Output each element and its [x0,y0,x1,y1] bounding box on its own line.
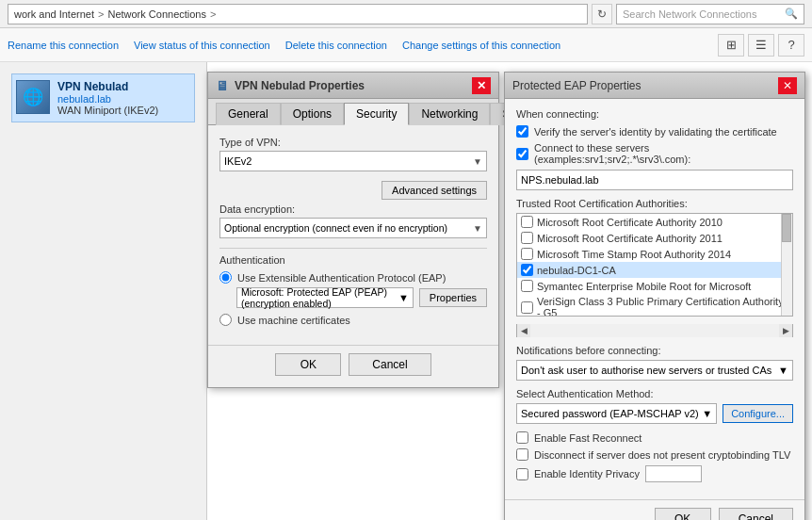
refresh-button[interactable]: ↻ [592,4,612,24]
cert-checkbox-3[interactable] [521,248,533,260]
auth-title: Authentication [219,248,487,266]
scrollbar-track [782,214,792,316]
cryptobinding-checkbox[interactable] [516,448,528,461]
server-name-input[interactable] [516,170,793,190]
eap-dialog-footer: OK Cancel [505,499,804,520]
cert-label-1: Microsoft Root Certificate Authority 201… [537,217,723,228]
vpn-dialog: 🖥 VPN Nebulad Properties ✕ General Optio… [207,72,499,388]
address-path1: work and Internet [14,8,94,20]
tab-security[interactable]: Security [344,103,409,125]
connect-servers-item: Connect to these servers (examples:srv1;… [516,142,793,165]
tab-options[interactable]: Options [281,103,344,125]
cert-checkbox-1[interactable] [521,216,533,228]
cert-item-2[interactable]: Microsoft Root Certificate Authority 201… [517,230,792,246]
vpn-dialog-title: 🖥 VPN Nebulad Properties [216,78,365,93]
eap-dialog-close-button[interactable]: ✕ [778,77,797,94]
cert-checkbox-2[interactable] [521,232,533,244]
vpn-dialog-titlebar: 🖥 VPN Nebulad Properties ✕ [208,73,498,99]
rename-connection-btn[interactable]: Rename this connection [8,38,119,53]
cert-label-5: Symantec Enterprise Mobile Root for Micr… [537,281,751,292]
address-sep2: > [210,8,216,20]
scroll-right-button[interactable]: ▶ [779,324,792,337]
vpn-type-select[interactable]: IKEv2 ▼ [219,151,487,171]
auth-method-select[interactable]: Secured password (EAP-MSCHAP v2) ▼ [516,403,717,424]
configure-button[interactable]: Configure... [723,404,793,423]
horiz-scroll[interactable]: ◀ ▶ [516,324,793,337]
encryption-group: Data encryption: Optional encryption (co… [219,203,487,238]
radio-eap[interactable] [219,271,232,284]
eap-select-row: Microsoft: Protected EAP (PEAP) (encrypt… [236,287,487,308]
identity-privacy-input[interactable] [645,465,702,482]
cert-label-2: Microsoft Root Certificate Authority 201… [537,233,723,244]
address-bar[interactable]: work and Internet > Network Connections … [8,4,588,24]
cert-item-4[interactable]: nebulad-DC1-CA [517,262,792,278]
identity-privacy-checkbox[interactable] [516,468,528,480]
auth-method-row: Secured password (EAP-MSCHAP v2) ▼ Confi… [516,403,793,424]
action-bar: Rename this connection View status of th… [0,28,812,62]
toolbar-icons: ⊞ ☰ ? [718,34,804,57]
address-path2: Network Connections [107,8,206,20]
search-placeholder: Search Network Connections [623,8,756,20]
eap-dialog: Protected EAP Properties ✕ When connecti… [504,72,805,520]
search-bar[interactable]: Search Network Connections 🔍 [616,4,804,24]
view-status-btn[interactable]: View status of this connection [134,38,270,53]
eap-protocol-select[interactable]: Microsoft: Protected EAP (PEAP) (encrypt… [236,287,414,308]
fast-reconnect-checkbox[interactable] [516,431,528,444]
search-icon: 🔍 [785,8,798,20]
eap-extra-checkboxes: Enable Fast Reconnect Disconnect if serv… [516,431,793,482]
connect-servers-checkbox[interactable] [516,148,528,160]
tab-networking[interactable]: Networking [409,103,490,125]
radio-eap-label: Use Extensible Authentication Protocol (… [237,272,446,284]
trusted-ca-label: Trusted Root Certification Authorities: [516,198,793,209]
identity-privacy-item: Enable Identity Privacy [516,465,793,482]
encryption-select[interactable]: Optional encryption (connect even if no … [219,218,487,238]
change-settings-btn[interactable]: Change settings of this connection [402,38,560,53]
radio-machine-cert-item: Use machine certificates [219,314,487,326]
when-connecting-label: When connecting: [516,108,793,120]
verify-cert-checkbox[interactable] [516,125,528,138]
vpn-cancel-button[interactable]: Cancel [349,353,430,376]
vpn-type-group: Type of VPN: IKEv2 ▼ [219,137,487,171]
verify-cert-item: Verify the server's identity by validati… [516,125,793,138]
cert-item-6[interactable]: VeriSign Class 3 Public Primary Certific… [517,294,792,317]
eap-properties-button[interactable]: Properties [419,288,487,307]
delete-connection-btn[interactable]: Delete this connection [285,38,387,53]
address-bar-container: work and Internet > Network Connections … [0,0,812,28]
cert-label-3: Microsoft Time Stamp Root Authority 2014 [537,249,731,260]
notif-select[interactable]: Don't ask user to authorise new servers … [516,360,793,381]
view-grid-icon[interactable]: ⊞ [718,34,744,57]
cert-checkbox-4[interactable] [521,264,533,276]
vpn-ok-button[interactable]: OK [275,353,341,376]
cert-item-3[interactable]: Microsoft Time Stamp Root Authority 2014 [517,246,792,262]
scrollbar-thumb[interactable] [782,214,791,242]
verify-cert-label: Verify the server's identity by validati… [534,126,777,138]
cert-label-6: VeriSign Class 3 Public Primary Certific… [537,296,788,317]
vpn-dialog-icon: 🖥 [216,78,229,93]
scroll-left-button[interactable]: ◀ [517,324,530,337]
cert-item-5[interactable]: Symantec Enterprise Mobile Root for Micr… [517,278,792,294]
advanced-settings-button[interactable]: Advanced settings [382,181,487,200]
radio-machine-cert[interactable] [219,314,232,326]
advanced-section: Advanced settings [219,181,487,203]
vpn-type-arrow: ▼ [473,156,482,167]
cert-checkbox-5[interactable] [521,280,533,292]
eap-ok-button[interactable]: OK [655,508,711,520]
help-icon[interactable]: ? [778,34,804,57]
cert-item-1[interactable]: Microsoft Root Certificate Authority 201… [517,214,792,230]
vpn-dialog-body: Type of VPN: IKEv2 ▼ Advanced settings D… [208,125,498,345]
vpn-dialog-close-button[interactable]: ✕ [472,77,491,94]
cryptobinding-label: Disconnect if server does not present cr… [534,449,790,461]
main-area: 🌐 VPN Nebulad nebulad.lab WAN Miniport (… [0,62,812,520]
auth-method-arrow: ▼ [702,408,712,419]
cert-scrollbar[interactable] [781,214,792,316]
eap-cancel-button[interactable]: Cancel [719,508,793,520]
auth-method-label: Select Authentication Method: [516,388,793,399]
cert-checkbox-6[interactable] [521,301,533,314]
tab-general[interactable]: General [216,103,281,125]
eap-dialog-title: Protected EAP Properties [512,79,641,92]
radio-machine-cert-label: Use machine certificates [237,315,350,326]
cert-list-container[interactable]: Microsoft Root Certificate Authority 201… [516,213,793,317]
view-list-icon[interactable]: ☰ [748,34,774,57]
fast-reconnect-item: Enable Fast Reconnect [516,431,793,444]
fast-reconnect-label: Enable Fast Reconnect [534,432,641,444]
